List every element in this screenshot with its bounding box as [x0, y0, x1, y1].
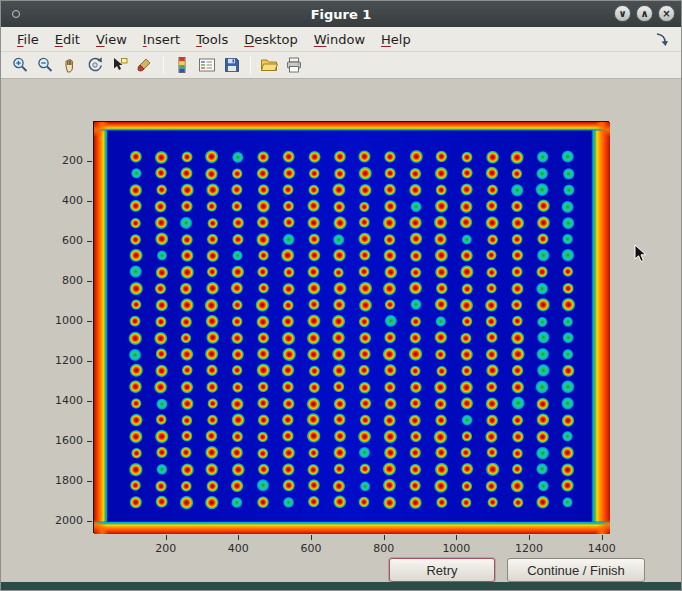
- x-tick-mark: [529, 535, 530, 540]
- minimize-button[interactable]: ∨: [614, 5, 631, 22]
- close-button[interactable]: ×: [658, 5, 675, 22]
- save-figure-icon[interactable]: [221, 54, 243, 76]
- continue-finish-button[interactable]: Continue / Finish: [507, 558, 645, 582]
- figure-window: Figure 1 ∨ ∧ × FileEditViewInsertToolsDe…: [0, 0, 682, 591]
- y-tick-mark: [87, 361, 92, 362]
- x-tick-mark: [311, 535, 312, 540]
- y-tick-label: 1000: [43, 314, 83, 327]
- y-tick-label: 600: [43, 234, 83, 247]
- menu-view[interactable]: View: [88, 29, 135, 50]
- window-controls: ∨ ∧ ×: [614, 5, 675, 22]
- x-tick-label: 400: [218, 542, 258, 555]
- y-tick-mark: [87, 241, 92, 242]
- y-tick-label: 200: [43, 154, 83, 167]
- x-tick-label: 1400: [582, 542, 622, 555]
- window-title: Figure 1: [311, 7, 372, 22]
- y-tick-mark: [87, 401, 92, 402]
- y-tick-mark: [87, 321, 92, 322]
- menubar: FileEditViewInsertToolsDesktopWindowHelp: [1, 27, 681, 52]
- retry-button[interactable]: Retry: [389, 558, 495, 582]
- toolbar-separator: [163, 56, 164, 74]
- x-tick-mark: [602, 535, 603, 540]
- maximize-button[interactable]: ∧: [636, 5, 653, 22]
- y-tick-mark: [87, 481, 92, 482]
- open-file-icon[interactable]: [258, 54, 280, 76]
- window-menu-icon[interactable]: [12, 10, 20, 18]
- figure-area: Retry Continue / Finish 2004006008001000…: [1, 79, 681, 582]
- y-tick-mark: [87, 201, 92, 202]
- x-tick-mark: [238, 535, 239, 540]
- menu-desktop[interactable]: Desktop: [236, 29, 306, 50]
- y-tick-label: 800: [43, 274, 83, 287]
- insert-colorbar-icon[interactable]: [171, 54, 193, 76]
- y-tick-mark: [87, 161, 92, 162]
- y-tick-label: 1800: [43, 474, 83, 487]
- brush-icon[interactable]: [134, 54, 156, 76]
- y-tick-mark: [87, 441, 92, 442]
- toolbar: [1, 52, 681, 79]
- y-tick-mark: [87, 521, 92, 522]
- y-tick-label: 400: [43, 194, 83, 207]
- x-tick-label: 1200: [509, 542, 549, 555]
- y-tick-label: 2000: [43, 514, 83, 527]
- x-tick-mark: [166, 535, 167, 540]
- zoom-in-icon[interactable]: [9, 54, 31, 76]
- insert-legend-icon[interactable]: [196, 54, 218, 76]
- axes-plot[interactable]: [93, 121, 609, 533]
- x-tick-label: 1000: [436, 542, 476, 555]
- menu-insert[interactable]: Insert: [135, 29, 188, 50]
- print-figure-icon[interactable]: [283, 54, 305, 76]
- menu-edit[interactable]: Edit: [47, 29, 88, 50]
- toolbar-separator: [250, 56, 251, 74]
- y-tick-label: 1200: [43, 354, 83, 367]
- data-cursor-icon[interactable]: [109, 54, 131, 76]
- y-tick-label: 1600: [43, 434, 83, 447]
- menu-tools[interactable]: Tools: [188, 29, 236, 50]
- menu-window[interactable]: Window: [306, 29, 373, 50]
- x-tick-label: 200: [146, 542, 186, 555]
- x-tick-mark: [384, 535, 385, 540]
- dock-figure-icon[interactable]: [651, 28, 673, 50]
- heatmap-image[interactable]: [94, 122, 610, 534]
- menu-help[interactable]: Help: [373, 29, 419, 50]
- y-tick-label: 1400: [43, 394, 83, 407]
- x-tick-label: 600: [291, 542, 331, 555]
- pan-hand-icon[interactable]: [59, 54, 81, 76]
- x-tick-mark: [456, 535, 457, 540]
- window-edge-strip: [1, 582, 681, 590]
- rotate-3d-icon[interactable]: [84, 54, 106, 76]
- x-tick-label: 800: [364, 542, 404, 555]
- zoom-out-icon[interactable]: [34, 54, 56, 76]
- y-tick-mark: [87, 281, 92, 282]
- title-bar[interactable]: Figure 1 ∨ ∧ ×: [1, 1, 681, 27]
- menu-file[interactable]: File: [9, 29, 47, 50]
